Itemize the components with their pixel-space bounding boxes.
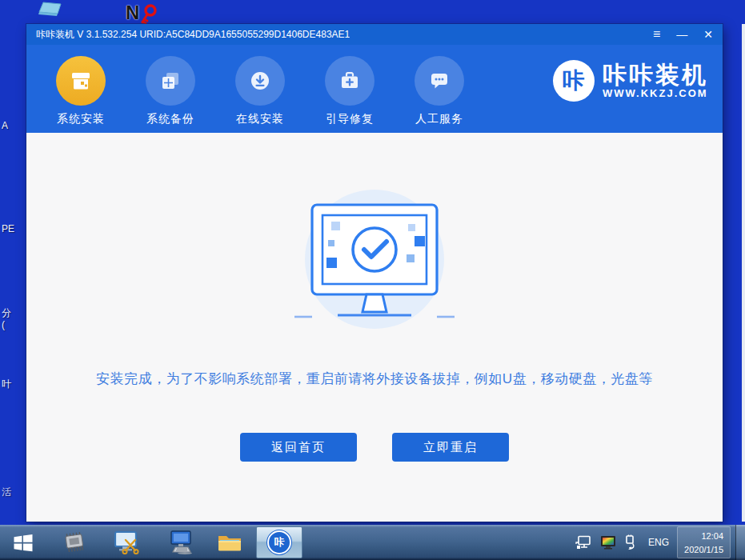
kkzj-app-window: 咔咔装机 V 3.1.532.254 URID:A5C84DD9A1655055… (26, 24, 723, 522)
display-color-icon (600, 535, 616, 550)
display-settings-tray-icon[interactable] (600, 535, 616, 550)
desktop-label-fragment: ( (2, 319, 5, 330)
taskbar-kkzj-app[interactable]: 咔 (256, 526, 302, 558)
toolbox-plus-icon (338, 69, 362, 93)
tray-clock[interactable]: 12:04 2020/1/15 (677, 526, 731, 558)
nav-item-boot-repair[interactable]: 引导修复 (305, 45, 395, 133)
windows-logo-icon (13, 534, 34, 552)
menu-icon[interactable]: ≡ (653, 28, 660, 41)
main-content: 安装完成，为了不影响系统部署，重启前请将外接设备拔掉，例如U盘，移动硬盘，光盘等… (26, 133, 723, 522)
desktop-label-fragment: A (2, 120, 8, 131)
folder-icon (217, 532, 242, 553)
brand-circle-icon: 咔 (553, 60, 595, 102)
restart-button[interactable]: 立即重启 (392, 433, 509, 462)
brand-logo: 咔 咔咔装机 WWW.KKZJ.COM (553, 60, 708, 102)
network-tray-icon[interactable] (575, 535, 593, 550)
brand-site: WWW.KKZJ.COM (603, 87, 708, 99)
start-button[interactable] (8, 534, 38, 552)
show-desktop-button[interactable] (735, 525, 745, 560)
nav-item-online-install[interactable]: 在线安装 (215, 45, 305, 133)
desktop-password-tool-icon[interactable]: N (126, 3, 159, 26)
live-support-icon (415, 56, 464, 106)
tray-time: 12:04 (684, 530, 723, 543)
tray-date: 2020/1/15 (684, 543, 723, 557)
monitor-scissors-icon (113, 530, 140, 554)
n-letter: N (126, 2, 139, 24)
taskbar: 咔 (0, 525, 745, 560)
window-titlebar[interactable]: 咔咔装机 V 3.1.532.254 URID:A5C84DD9A1655055… (26, 24, 723, 45)
nav-label: 引导修复 (305, 112, 395, 126)
nav-item-system-install[interactable]: 系统安装 (36, 45, 126, 133)
language-indicator[interactable]: ENG (648, 537, 669, 548)
taskbar-snipping-tool[interactable] (112, 530, 141, 554)
online-install-icon (235, 56, 285, 106)
desktop-label-fragment: 活 (2, 486, 11, 499)
system-tray: ENG 12:04 2020/1/15 (575, 525, 745, 560)
brand-name: 咔咔装机 (603, 62, 708, 88)
window-title: 咔咔装机 V 3.1.532.254 URID:A5C84DD9A1655055… (36, 28, 350, 42)
home-button[interactable]: 返回首页 (240, 433, 357, 462)
background-window-edge (742, 24, 745, 522)
nav-label: 系统备份 (126, 112, 215, 126)
taskbar-computer-tool[interactable] (163, 530, 194, 554)
kkzj-app-icon: 咔 (267, 530, 291, 554)
close-icon[interactable]: ✕ (703, 29, 713, 40)
desktop-label-fragment: PE (2, 223, 14, 234)
nav-item-system-backup[interactable]: 系统备份 (126, 45, 215, 133)
package-icon (69, 69, 93, 93)
usb-eject-icon (623, 534, 638, 550)
desktop-laptop-icon[interactable] (37, 1, 67, 20)
nav-item-live-support[interactable]: 人工服务 (395, 45, 484, 133)
desktop-label-fragment: 分 (2, 306, 11, 320)
desktop-label-fragment: 叶 (2, 378, 11, 391)
computer-keyboard-icon (164, 530, 193, 554)
network-icon (575, 535, 593, 550)
laptop-icon (37, 1, 67, 20)
taskbar-cpu-tool[interactable] (61, 531, 88, 554)
nav-header: 系统安装 系统备份 在线安装 (26, 45, 723, 133)
system-install-icon (56, 56, 106, 106)
download-icon (248, 69, 272, 93)
system-backup-icon (146, 56, 195, 106)
red-key-icon (138, 3, 159, 26)
chip-icon (62, 531, 87, 554)
nav-label: 在线安装 (215, 112, 305, 126)
minimize-icon[interactable]: — (676, 29, 687, 40)
usb-eject-tray-icon[interactable] (623, 534, 638, 550)
success-monitor-illustration (280, 189, 469, 336)
completion-message: 安装完成，为了不影响系统部署，重启前请将外接设备拔掉，例如U盘，移动硬盘，光盘等 (26, 370, 723, 388)
chat-bubble-icon (427, 69, 451, 93)
boot-repair-icon (325, 56, 375, 106)
layered-windows-icon (158, 69, 182, 93)
nav-label: 人工服务 (395, 112, 484, 126)
taskbar-file-explorer[interactable] (216, 532, 243, 553)
nav-label: 系统安装 (36, 112, 126, 126)
monitor-check-icon (280, 189, 469, 333)
